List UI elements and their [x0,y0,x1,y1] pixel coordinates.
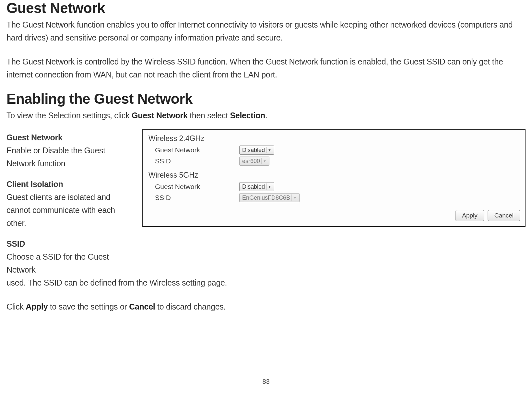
text-bold: Guest Network [132,111,188,120]
apply-button[interactable]: Apply [455,210,484,221]
chevron-down-icon: ▼ [266,147,273,153]
def-client-isolation-body: Guest clients are isolated and cannot co… [6,191,132,229]
def-guest-network-body: Enable or Disable the Guest Network func… [6,144,132,170]
text-bold: Cancel [129,302,155,311]
label-ssid-24: SSID [155,157,239,165]
selection-instruction: To view the Selection settings, click Gu… [6,109,526,122]
cancel-button[interactable]: Cancel [488,210,520,221]
section-5ghz-title: Wireless 5GHz [148,171,520,180]
label-guest-network-24: Guest Network [155,146,239,154]
select-value: Disabled [242,147,265,154]
def-ssid-body-left: Choose a SSID for the Guest Network [6,250,132,276]
def-ssid-title: SSID [6,237,132,250]
text-bold: Selection [230,111,265,120]
text-span: To view the Selection settings, click [6,111,132,120]
row-5-ssid: SSID EnGeniusFD8C6B ▼ [147,193,520,202]
section-24ghz-title: Wireless 2.4GHz [148,134,520,143]
select-ssid-5[interactable]: EnGeniusFD8C6B ▼ [239,193,300,202]
select-guest-network-5[interactable]: Disabled ▼ [239,182,274,191]
apply-instruction: Click Apply to save the settings or Canc… [6,300,526,313]
select-value: esr600 [242,158,260,165]
def-guest-network-title: Guest Network [6,131,132,144]
label-guest-network-5: Guest Network [155,183,239,191]
settings-panel: Wireless 2.4GHz Guest Network Disabled ▼… [142,129,526,227]
label-ssid-5: SSID [155,194,239,202]
intro-paragraph-1: The Guest Network function enables you t… [6,18,526,44]
chevron-down-icon: ▼ [261,158,268,164]
intro-paragraph-2: The Guest Network is controlled by the W… [6,55,526,81]
row-24-guest-network: Guest Network Disabled ▼ [147,146,520,155]
select-guest-network-24[interactable]: Disabled ▼ [239,146,274,155]
row-24-ssid: SSID esr600 ▼ [147,157,520,166]
select-value: Disabled [242,183,265,190]
text-span: Click [6,302,26,311]
text-span: . [265,111,267,120]
text-bold: Apply [26,302,48,311]
text-span: to discard changes. [155,302,226,311]
heading-guest-network: Guest Network [6,0,526,16]
select-ssid-24[interactable]: esr600 ▼ [239,157,269,166]
heading-enabling: Enabling the Guest Network [6,91,526,107]
def-client-isolation-title: Client Isolation [6,178,132,191]
row-5-guest-network: Guest Network Disabled ▼ [147,182,520,191]
text-span: to save the settings or [48,302,129,311]
page-number: 83 [6,378,526,385]
chevron-down-icon: ▼ [266,183,273,190]
chevron-down-icon: ▼ [291,194,298,201]
def-ssid-body-cont: used. The SSID can be defined from the W… [6,276,526,289]
text-span: then select [188,111,230,120]
select-value: EnGeniusFD8C6B [242,194,290,201]
